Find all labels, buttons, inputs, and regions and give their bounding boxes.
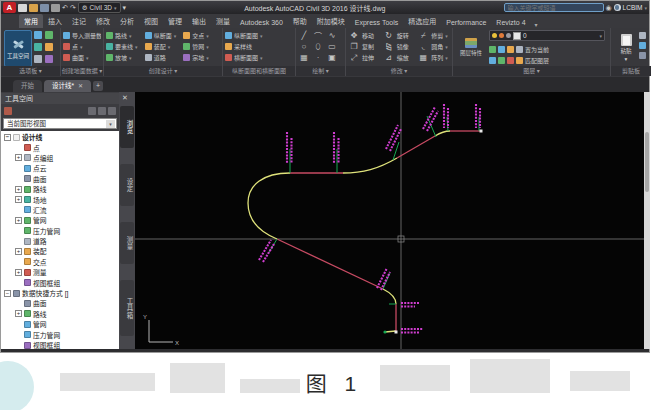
panel-label-ground[interactable]: 创建地面数据 ▾ xyxy=(61,66,103,76)
paste-button[interactable]: 粘贴 ▾ xyxy=(615,30,637,65)
tree-item-data-shortcuts[interactable]: −数据快捷方式 [] xyxy=(1,288,119,298)
tab-survey[interactable]: 测量 xyxy=(211,14,235,28)
panel-label-clipboard[interactable]: 剪贴板 xyxy=(611,66,651,76)
tab-annotate[interactable]: 注记 xyxy=(67,14,91,28)
file-tab-drawing[interactable]: 设计线* ✕ xyxy=(44,80,91,92)
feature-line-button[interactable]: 要素线▾ xyxy=(106,41,143,52)
redo-icon[interactable]: ↷ xyxy=(70,4,76,12)
assembly-button[interactable]: 装配▾ xyxy=(145,41,182,52)
region-icon[interactable]: ▣ xyxy=(326,53,338,62)
copy-button[interactable]: ❐复制 xyxy=(348,41,381,52)
move-button[interactable]: ✥移动 xyxy=(348,30,381,41)
tool-palettes-icon[interactable] xyxy=(45,31,53,39)
vertical-scrollbar[interactable] xyxy=(644,92,650,349)
tree-item-points[interactable]: 点 xyxy=(1,142,119,152)
arc-icon[interactable]: ⌒ xyxy=(312,30,324,41)
user-menu-chevron-icon[interactable]: ▾ xyxy=(644,5,647,11)
tree-item-ds-pressure-networks[interactable]: 压力管网 xyxy=(1,329,119,339)
panel-label-layers[interactable]: 图层 ▾ xyxy=(453,66,610,76)
cut-icon[interactable] xyxy=(639,32,646,39)
event-viewer-icon[interactable] xyxy=(45,55,53,63)
panel-label-draw[interactable]: 绘制 ▾ xyxy=(296,66,345,76)
panel-label-profiles[interactable]: 纵断面图和横断面图 xyxy=(223,66,295,76)
expand-icon[interactable]: + xyxy=(15,217,22,224)
line-icon[interactable]: ╱ xyxy=(298,31,310,40)
surfaces-button[interactable]: 曲面▾ xyxy=(63,52,101,63)
ribbon-minimize-icon[interactable]: ▾ xyxy=(535,21,538,28)
toolspace-tab-prospector[interactable]: 浏览 xyxy=(120,106,134,148)
help-icon[interactable] xyxy=(108,107,116,115)
user-avatar[interactable] xyxy=(614,4,621,11)
tree-item-ds-pipe-networks[interactable]: 管网 xyxy=(1,319,119,329)
match-layer-button[interactable]: 匹配图层 xyxy=(489,55,549,65)
tab-view[interactable]: 视图 xyxy=(139,14,163,28)
tree-item-ds-alignments[interactable]: +路线 xyxy=(1,309,119,319)
alignment-button[interactable]: 路线▾ xyxy=(106,30,143,41)
close-icon[interactable]: ✕ xyxy=(122,94,128,102)
search-input[interactable] xyxy=(504,3,604,12)
mirror-button[interactable]: ⧎镜像 xyxy=(383,41,416,52)
plot-icon[interactable] xyxy=(51,4,60,12)
toolspace-tab-toolbox[interactable]: 工具箱 xyxy=(120,280,134,336)
set-current-layer-button[interactable]: 置为当前 xyxy=(489,44,549,54)
parcel-button[interactable]: 宗地▾ xyxy=(183,52,220,63)
search-binoculars-icon[interactable]: ◉ xyxy=(606,4,612,12)
tree-item-drawing[interactable]: −设计线 xyxy=(1,132,119,142)
open-file-icon[interactable] xyxy=(29,4,38,12)
tab-addins[interactable]: 附加模块 xyxy=(312,14,350,28)
new-file-icon[interactable] xyxy=(18,4,27,12)
new-drawing-tab-button[interactable]: + xyxy=(93,81,103,91)
tree-item-assemblies[interactable]: +装配 xyxy=(1,246,119,256)
tree-item-ds-view-frame-groups[interactable]: 视图框组 xyxy=(1,340,119,349)
expand-icon[interactable]: + xyxy=(15,248,22,255)
tree-item-catchments[interactable]: 汇流 xyxy=(1,205,119,215)
close-tab-icon[interactable]: ✕ xyxy=(78,80,83,92)
layer-properties-button[interactable]: 图层特性 xyxy=(455,30,487,64)
layer-combo[interactable]: 0 ▾ xyxy=(489,30,605,41)
copy-clip-icon[interactable] xyxy=(639,42,646,49)
tree-item-pressure-networks[interactable]: 压力管网 xyxy=(1,226,119,236)
panel-label-modify[interactable]: 修改 ▾ xyxy=(346,66,452,76)
survey-palette-icon[interactable] xyxy=(34,43,42,51)
autocad-logo-icon[interactable]: A xyxy=(3,2,16,13)
expand-icon[interactable]: + xyxy=(15,186,22,193)
point-draw-icon[interactable]: · xyxy=(312,53,324,62)
toolspace-button[interactable]: 工具空间 xyxy=(4,30,32,67)
corridor-button[interactable]: 道路 xyxy=(145,52,182,63)
tree-item-sites[interactable]: +场地 xyxy=(1,194,119,204)
match-properties-icon[interactable] xyxy=(639,52,646,59)
sheetset-palette-icon[interactable] xyxy=(34,55,42,63)
fillet-button[interactable]: ◟圆角▾ xyxy=(417,41,450,52)
tree-item-intersections[interactable]: 交点 xyxy=(1,257,119,267)
tab-express-tools[interactable]: Express Tools xyxy=(350,17,403,28)
trim-button[interactable]: ⌿修剪▾ xyxy=(417,30,450,41)
tab-modify[interactable]: 修改 xyxy=(91,14,115,28)
array-button[interactable]: ▦阵列▾ xyxy=(417,52,450,63)
tab-home[interactable]: 常用 xyxy=(19,14,43,28)
item-view-toggle-icon[interactable] xyxy=(88,107,96,115)
preview-toggle-icon[interactable] xyxy=(98,107,106,115)
profile-view-button[interactable]: 纵断面图▾ xyxy=(225,30,293,41)
import-survey-data-button[interactable]: 导入测量数据 xyxy=(63,30,101,41)
expand-icon[interactable]: + xyxy=(15,310,22,317)
alignment-curves[interactable] xyxy=(248,131,450,332)
tree-item-point-clouds[interactable]: 点云 xyxy=(1,163,119,173)
quick-access-menu-icon[interactable]: ▾ xyxy=(123,4,127,12)
tab-performance[interactable]: Performance xyxy=(441,17,491,28)
hatch-icon[interactable]: ▦ xyxy=(298,53,310,62)
circle-icon[interactable]: ○ xyxy=(298,42,310,51)
ellipse-icon[interactable]: ⬯ xyxy=(312,42,324,52)
workspace-switcher[interactable]: ⚙ Civil 3D ▾ xyxy=(78,2,121,13)
tab-insert[interactable]: 插入 xyxy=(43,14,67,28)
tree-item-surfaces[interactable]: 曲面 xyxy=(1,174,119,184)
panorama-palette-icon[interactable] xyxy=(45,43,53,51)
expand-icon[interactable]: + xyxy=(15,196,22,203)
tree-item-view-frame-groups[interactable]: 视图框组 xyxy=(1,277,119,287)
tree-item-pipe-networks[interactable]: +管网 xyxy=(1,215,119,225)
polyline-icon[interactable]: ∿ xyxy=(326,31,338,40)
section-views-button[interactable]: 横断面图▾ xyxy=(225,52,293,63)
sample-lines-button[interactable]: 采样线 xyxy=(225,41,293,52)
alignment-tangents[interactable] xyxy=(277,131,481,331)
tree-item-ds-surfaces[interactable]: 曲面 xyxy=(1,298,119,308)
properties-palette-icon[interactable] xyxy=(34,31,42,39)
